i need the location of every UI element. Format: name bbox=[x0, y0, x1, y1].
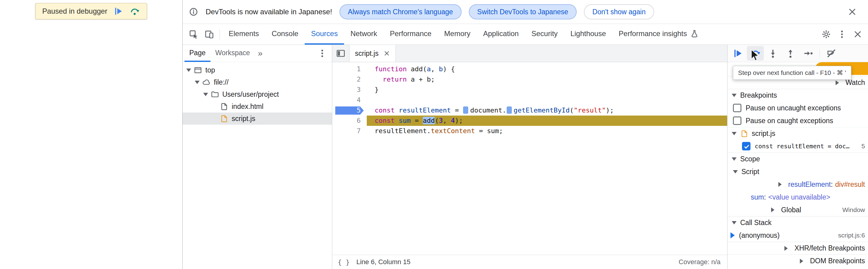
infobar-close-button[interactable] bbox=[844, 4, 860, 20]
inspect-button[interactable] bbox=[186, 26, 202, 42]
section-call-stack[interactable]: Call Stack bbox=[727, 216, 868, 229]
sources-panel: Page Workspace » topfile://Users/user/pr… bbox=[183, 45, 868, 269]
navigator-toggle-button[interactable] bbox=[332, 45, 349, 62]
call-stack-frame[interactable]: (anonymous)script.js:6 bbox=[727, 229, 868, 242]
tab-sources[interactable]: Sources bbox=[305, 24, 344, 45]
deactivate-breakpoints-button[interactable] bbox=[823, 46, 840, 61]
code-text[interactable]: const resultElement = document.getElemen… bbox=[367, 105, 727, 115]
folder-icon bbox=[211, 90, 219, 99]
tab-workspace[interactable]: Workspace bbox=[211, 45, 255, 62]
debugger-sections: WatchBreakpointsPause on uncaught except… bbox=[727, 76, 868, 269]
scope-variable-resultelement[interactable]: resultElement:div#result bbox=[727, 178, 868, 191]
code-text[interactable]: } bbox=[367, 85, 727, 95]
disclosure-expanded-icon bbox=[732, 221, 737, 224]
tree-item-top[interactable]: top bbox=[183, 64, 332, 76]
device-toolbar-button[interactable] bbox=[202, 26, 217, 42]
deactivate-breakpoints-icon bbox=[826, 48, 837, 58]
tab-page[interactable]: Page bbox=[184, 45, 211, 62]
scope-variable-sum[interactable]: sum:<value unavailable> bbox=[727, 191, 868, 204]
tab-memory[interactable]: Memory bbox=[438, 24, 477, 45]
disclosure-spacer bbox=[212, 106, 217, 107]
dont-show-again-button[interactable]: Don't show again bbox=[584, 4, 654, 20]
main-toolbar: ElementsConsoleSourcesNetworkPerformance… bbox=[183, 24, 868, 45]
tab-label: Lighthouse bbox=[570, 29, 606, 38]
step-over-icon bbox=[750, 48, 761, 58]
toolbar-divider bbox=[220, 29, 220, 39]
more-tabs-chevron[interactable]: » bbox=[255, 49, 266, 58]
switch-devtools-japanese-button[interactable]: Switch DevTools to Japanese bbox=[469, 4, 577, 20]
tree-item-file[interactable]: file:// bbox=[183, 76, 332, 88]
tree-item-script-js[interactable]: script.js bbox=[183, 112, 332, 125]
step-button[interactable] bbox=[800, 46, 816, 61]
section-breakpoints[interactable]: Breakpoints bbox=[727, 89, 868, 102]
code-text[interactable]: function add(a, b) { bbox=[367, 64, 727, 74]
section-scope[interactable]: Scope bbox=[727, 153, 868, 165]
scope-section-global[interactable]: GlobalWindow bbox=[727, 204, 868, 216]
line-number[interactable]: 2 bbox=[332, 74, 367, 85]
disclosure-expanded-icon bbox=[733, 170, 738, 173]
disclosure-collapsed-icon bbox=[771, 208, 777, 212]
pause-on-uncaught-exceptions-row[interactable]: Pause on uncaught exceptions bbox=[727, 102, 868, 114]
paused-status-row: Step over next function call - F10 - ⌘ ' bbox=[727, 62, 868, 76]
devtools-window: DevTools is now available in Japanese! A… bbox=[182, 0, 868, 269]
tab-security[interactable]: Security bbox=[525, 24, 564, 45]
inline-breakpoint-marker[interactable] bbox=[507, 106, 512, 114]
toolbar-divider bbox=[819, 49, 820, 58]
breakpoint-group-script-js[interactable]: script.js bbox=[727, 127, 868, 140]
breakpoint-checkbox[interactable] bbox=[742, 142, 750, 151]
tree-item-users-user-project[interactable]: Users/user/project bbox=[183, 88, 332, 100]
tab-performance[interactable]: Performance bbox=[383, 24, 438, 45]
frame-icon bbox=[193, 66, 202, 75]
flask-icon bbox=[690, 29, 699, 38]
scope-value: div#result bbox=[835, 181, 865, 189]
step-out-button[interactable] bbox=[782, 46, 799, 61]
pause-on-uncaught-exceptions-checkbox[interactable] bbox=[733, 104, 741, 112]
tab-elements[interactable]: Elements bbox=[222, 24, 265, 45]
device-toolbar-icon bbox=[205, 29, 214, 39]
more-options-button[interactable] bbox=[834, 26, 850, 42]
kebab-icon bbox=[317, 49, 327, 58]
line-number[interactable]: 7 bbox=[332, 126, 367, 136]
pause-on-caught-exceptions-checkbox[interactable] bbox=[733, 116, 741, 125]
code-text[interactable]: resultElement.textContent = sum; bbox=[367, 126, 727, 136]
section-xhr-fetch-breakpoints[interactable]: XHR/fetch Breakpoints bbox=[727, 242, 868, 254]
banner-resume-button[interactable] bbox=[113, 6, 124, 17]
scope-section-script[interactable]: Script bbox=[727, 165, 868, 178]
tab-close-icon[interactable] bbox=[383, 50, 390, 57]
disclosure-expanded-icon bbox=[732, 94, 737, 97]
disclosure-collapsed-icon bbox=[800, 259, 806, 264]
tree-item-label: script.js bbox=[232, 115, 255, 123]
tab-application[interactable]: Application bbox=[477, 24, 525, 45]
line-number[interactable]: 3 bbox=[332, 85, 367, 95]
code-text[interactable]: return a + b; bbox=[367, 74, 727, 85]
debugger-toolbar bbox=[727, 45, 868, 62]
devtools-close-button[interactable] bbox=[850, 26, 866, 42]
step-over-button[interactable] bbox=[747, 46, 764, 61]
code-editor[interactable]: 1function add(a, b) {2 return a + b;3}45… bbox=[332, 62, 727, 255]
editor-tab-script-js[interactable]: script.js bbox=[349, 45, 396, 62]
tree-item-index-html[interactable]: index.html bbox=[183, 100, 332, 112]
code-text[interactable] bbox=[367, 95, 727, 105]
breakpoint-entry[interactable]: const resultElement = doc…5 bbox=[727, 140, 868, 153]
tab-performance-insights[interactable]: Performance insights bbox=[612, 24, 705, 45]
pretty-print-button[interactable]: { } bbox=[335, 257, 352, 267]
line-number[interactable]: 5 bbox=[332, 105, 367, 115]
settings-button[interactable] bbox=[818, 26, 834, 42]
line-number[interactable]: 6 bbox=[332, 115, 367, 126]
tree-item-label: file:// bbox=[214, 78, 229, 86]
step-into-button[interactable] bbox=[765, 46, 781, 61]
line-number[interactable]: 1 bbox=[332, 64, 367, 74]
always-match-language-button[interactable]: Always match Chrome's language bbox=[340, 4, 462, 20]
tab-console[interactable]: Console bbox=[265, 24, 305, 45]
execution-line[interactable]: const sum = add(3, 4); bbox=[367, 115, 727, 126]
line-number[interactable]: 4 bbox=[332, 95, 367, 105]
toolbar-right-actions bbox=[818, 26, 868, 42]
inline-breakpoint-marker[interactable] bbox=[463, 106, 468, 114]
resume-button[interactable] bbox=[729, 46, 746, 61]
navigator-menu-button[interactable] bbox=[314, 46, 330, 61]
pause-on-caught-exceptions-row[interactable]: Pause on caught exceptions bbox=[727, 114, 868, 127]
tab-lighthouse[interactable]: Lighthouse bbox=[564, 24, 612, 45]
tab-network[interactable]: Network bbox=[344, 24, 383, 45]
banner-step-over-button[interactable] bbox=[129, 6, 140, 17]
section-dom-breakpoints[interactable]: DOM Breakpoints bbox=[727, 254, 868, 267]
